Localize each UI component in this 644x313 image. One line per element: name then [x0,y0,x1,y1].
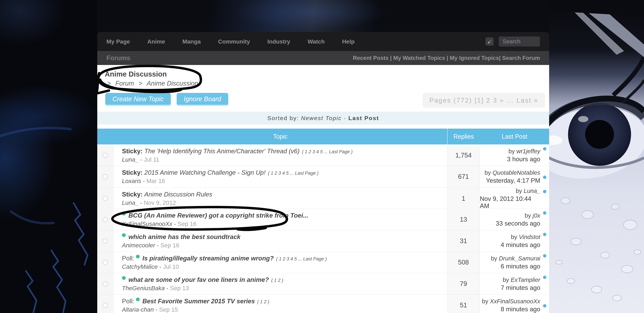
last-post-author-link[interactable]: Luna_ [524,187,540,194]
topic-cell: Poll:Best Favorite Summer 2015 TV series… [114,295,447,313]
create-new-topic-button[interactable]: Create New Topic [105,93,171,106]
topic-cell: Poll:Is pirating/illegally streaming ani… [114,252,447,273]
nav-item-help[interactable]: Help [342,38,354,45]
sort-last-post-link[interactable]: Last Post [348,115,379,122]
ignore-board-button[interactable]: Ignore Board [177,93,228,106]
last-post-by-line: by j0x [525,212,540,219]
new-topic-green-dot-icon [122,212,126,215]
topic-page-links[interactable]: ( 1 2 ) [257,299,269,304]
topic-radio[interactable] [102,303,108,308]
forums-link-my-watched-topics[interactable]: My Watched Topics [393,55,445,61]
by-label: by [508,148,516,155]
topic-cell: Sticky:2015 Anime Watching Challenge - S… [114,166,447,187]
last-post-by-line: by Luna_ [516,187,540,194]
new-topic-green-dot-icon [122,276,126,280]
last-post-cell: by Drunk_Samurai 6 minutes ago [480,252,549,273]
topic-title-link[interactable]: BCG (An Anime Reviewer) got a copyright … [128,212,308,219]
author-date-dash: - [154,306,159,313]
topic-author-link[interactable]: Loxaris [122,178,141,184]
topic-page-links[interactable]: ( 1 2 3 4 5 ... Last Page ) [276,256,327,261]
topic-radio[interactable] [102,153,108,158]
column-header-replies[interactable]: Replies [447,129,480,145]
topic-radio[interactable] [102,281,108,287]
topic-title-link[interactable]: 2015 Anime Watching Challenge - Sign Up! [144,169,266,176]
last-post-by-line: by QuotableNotables [484,169,540,176]
topic-radio[interactable] [102,238,108,244]
nav-item-anime[interactable]: Anime [147,38,165,45]
column-header-topic[interactable]: Topic [114,133,447,140]
sort-newest-topic-link[interactable]: Newest Topic [301,115,342,122]
sort-prefix-label: Sorted by: [268,115,301,122]
topic-author-link[interactable]: XxFinalSusanooXx [122,220,172,227]
table-header: Topic Replies Last Post [97,129,549,145]
forums-links: Recent Posts | My Watched Topics | My Ig… [353,55,540,61]
replies-cell: 1,754 [447,145,480,166]
last-post-author-link[interactable]: Vindstot [519,234,540,240]
topic-title-link[interactable]: Is pirating/illegally streaming anime wr… [142,255,274,262]
topic-author-link[interactable]: TheGeniusBaka [122,285,165,291]
topic-page-links[interactable]: ( 1 2 3 4 5 ... Last Page ) [268,171,318,176]
topic-date: Sep 15 [159,306,178,313]
pagination[interactable]: Pages (772) [1] 2 3 » ... Last » [422,93,545,108]
last-post-author-link[interactable]: Drunk_Samurai [499,255,540,262]
breadcrumb-item[interactable]: Anime Discussion [147,80,198,87]
table-row: which anime has the best soundtrack Anim… [97,230,549,252]
unread-blue-dot-icon [543,211,546,215]
nav-item-manga[interactable]: Manga [182,38,201,45]
topic-author-link[interactable]: Luna_ [122,156,138,163]
forums-link-recent-posts[interactable]: Recent Posts [353,55,388,61]
topic-radio[interactable] [102,174,108,179]
forums-link-my-ignored-topics[interactable]: My Ignored Topics [450,55,499,61]
sort-bar: Sorted by: Newest Topic · Last Post [97,112,549,125]
last-post-author-link[interactable]: ExTamplier [511,276,540,283]
topic-author-link[interactable]: CatchyMalice [122,263,158,270]
nav-item-industry[interactable]: Industry [268,38,290,45]
topic-prefix-label: Poll: [122,298,134,305]
last-post-by-line: by Vindstot [511,234,540,240]
last-post-time: Nov 9, 2012 10:44 AM [480,195,540,210]
last-post-author-link[interactable]: wr1jeffey [516,148,540,155]
unread-blue-dot-icon [543,147,546,151]
topic-date: Jul 11 [144,156,159,163]
search-input[interactable] [499,37,540,46]
last-post-time: 6 minutes ago [501,263,540,270]
topic-author-link[interactable]: Luna_ [122,199,138,206]
forums-link-search-forum[interactable]: Search Forum [502,55,540,61]
top-navbar: My PageAnimeMangaCommunityIndustryWatchH… [97,32,549,51]
topic-author-link[interactable]: Altaria-chan [122,306,154,313]
table-row: BCG (An Anime Reviewer) got a copyright … [97,209,549,230]
topic-title-link[interactable]: what are some of your fav one liners in … [128,276,269,283]
nav-item-watch[interactable]: Watch [308,38,325,45]
nav-item-my-page[interactable]: My Page [106,38,130,45]
unread-blue-dot-icon [543,276,546,279]
table-row: Sticky:2015 Anime Watching Challenge - S… [97,166,549,187]
topic-radio[interactable] [102,260,108,265]
replies-count: 13 [460,216,467,223]
author-date-dash: - [158,263,163,270]
topic-author-link[interactable]: Animecooler [122,242,155,249]
breadcrumb-item[interactable]: Forum [115,80,134,87]
forums-link-separator: | [499,55,502,61]
topic-title-link[interactable]: Best Favorite Summer 2015 TV series [142,298,255,305]
last-post-author-link[interactable]: XxFinalSusanooXx [490,298,540,305]
topic-title-link[interactable]: which anime has the best soundtrack [128,233,240,240]
topic-prefix-label: Sticky: [122,191,142,198]
topic-date: Sep 13 [170,285,189,291]
topic-prefix-label: Sticky: [122,148,142,155]
replies-cell: 13 [447,209,480,230]
topic-radio[interactable] [102,217,108,222]
topic-radio[interactable] [102,196,108,201]
nav-item-community[interactable]: Community [218,38,250,45]
replies-count: 1 [462,195,465,202]
topic-title-link[interactable]: Anime Discussion Rules [144,191,212,198]
breadcrumb: >Forum>Anime Discussion [107,80,549,87]
southwest-arrow-icon[interactable]: ↙ [486,37,494,46]
topic-page-links[interactable]: ( 1 2 3 4 5 ... Last Page ) [302,149,352,154]
topic-title-link[interactable]: The 'Help Identifying This Anime/Charact… [144,148,300,155]
last-post-author-link[interactable]: j0x [532,212,540,219]
last-post-author-link[interactable]: QuotableNotables [492,169,540,176]
topic-page-links[interactable]: ( 1 2 ) [271,278,284,283]
column-header-last-post[interactable]: Last Post [480,133,549,140]
author-date-dash: - [138,199,144,206]
board-main: Anime Discussion >Forum>Anime Discussion… [97,65,549,299]
